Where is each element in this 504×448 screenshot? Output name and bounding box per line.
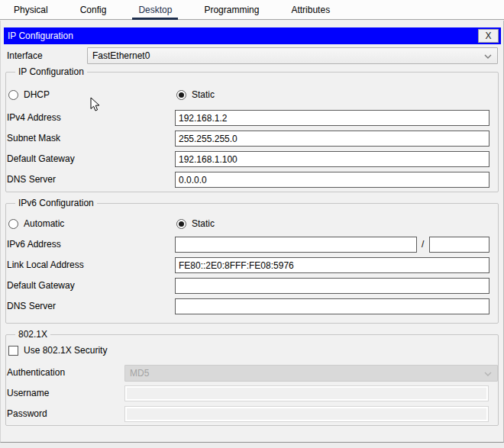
dialog-title-bar: IP Configuration X	[4, 27, 501, 44]
chevron-down-icon	[484, 54, 492, 59]
chevron-down-icon	[484, 372, 492, 376]
dialog-title: IP Configuration	[8, 31, 73, 41]
interface-label: Interface	[7, 50, 43, 61]
ipv6-static-radio-label: Static	[192, 218, 215, 229]
interface-select[interactable]: FastEthernet0	[87, 47, 498, 64]
authentication-label: Authentication	[7, 367, 65, 378]
default-gateway-label: Default Gateway	[7, 153, 75, 164]
username-label: Username	[7, 388, 49, 398]
ipv4-static-radio-label: Static	[192, 89, 215, 100]
password-input	[124, 406, 489, 422]
tab-programming[interactable]: Programming	[198, 5, 265, 19]
password-label: Password	[7, 408, 47, 419]
dhcp-radio-label: DHCP	[24, 89, 50, 100]
ipv6-address-label: IPv6 Address	[7, 239, 61, 250]
ip-configuration-panel: IP Configuration X Interface FastEtherne…	[0, 21, 504, 443]
ipv6-address-input[interactable]	[175, 237, 417, 253]
tab-config[interactable]: Config	[74, 5, 113, 19]
ipv6-automatic-radio-circle[interactable]	[8, 219, 18, 229]
ipv6-default-gateway-label: Default Gateway	[7, 280, 75, 291]
dhcp-radio[interactable]: DHCP	[8, 89, 50, 100]
ipv6-prefix-separator: /	[422, 239, 424, 250]
ipv6-automatic-radio[interactable]: Automatic	[8, 218, 64, 229]
subnet-mask-input[interactable]	[175, 131, 489, 147]
authentication-value: MD5	[130, 368, 149, 379]
ipv6-dns-server-input[interactable]	[175, 298, 489, 314]
interface-value: FastEthernet0	[92, 50, 150, 61]
use-8021x-security-label: Use 802.1X Security	[24, 345, 107, 356]
tab-desktop[interactable]: Desktop	[132, 5, 178, 20]
dns-server-input[interactable]	[175, 172, 489, 188]
dot1x-legend: 802.1X	[15, 329, 50, 340]
ipv4-static-radio[interactable]: Static	[176, 89, 215, 100]
tab-physical[interactable]: Physical	[8, 5, 54, 19]
subnet-mask-label: Subnet Mask	[7, 133, 60, 143]
use-8021x-security-checkbox-box[interactable]	[8, 346, 18, 356]
authentication-select: MD5	[124, 365, 498, 382]
close-button[interactable]: X	[478, 29, 499, 43]
ipv6-default-gateway-input[interactable]	[175, 278, 489, 294]
ipv6-configuration-legend: IPv6 Configuration	[15, 198, 97, 208]
default-gateway-input[interactable]	[175, 151, 489, 167]
ipv4-address-input[interactable]	[175, 110, 489, 126]
tab-attributes[interactable]: Attributes	[285, 5, 336, 19]
ipv6-static-radio[interactable]: Static	[176, 218, 215, 229]
ipv6-prefix-input[interactable]	[429, 237, 489, 253]
link-local-address-input[interactable]	[175, 257, 489, 273]
ipv6-dns-server-label: DNS Server	[7, 301, 56, 311]
use-8021x-security-checkbox[interactable]: Use 802.1X Security	[8, 345, 107, 356]
link-local-address-label: Link Local Address	[7, 259, 84, 270]
ipv6-static-radio-circle[interactable]	[176, 219, 186, 229]
dns-server-label: DNS Server	[7, 174, 56, 185]
dhcp-radio-circle[interactable]	[8, 90, 18, 100]
username-input	[124, 385, 489, 401]
ipv4-static-radio-circle[interactable]	[176, 90, 186, 100]
ipv4-address-label: IPv4 Address	[7, 112, 61, 123]
ipv6-automatic-radio-label: Automatic	[24, 218, 64, 229]
ip-configuration-legend: IP Configuration	[15, 66, 87, 77]
device-tab-bar: Physical Config Desktop Programming Attr…	[0, 0, 504, 20]
